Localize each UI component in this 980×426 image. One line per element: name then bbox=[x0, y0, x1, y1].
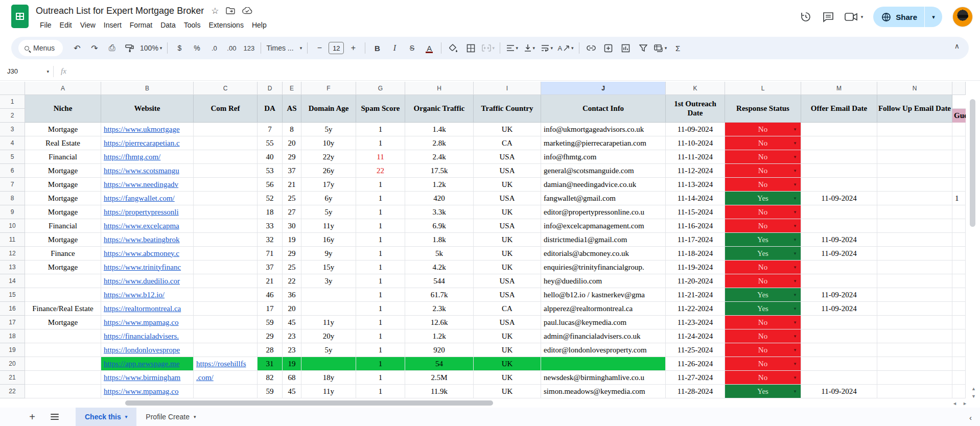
cell-website[interactable]: https://www.birmingham bbox=[101, 371, 194, 385]
cell-organic[interactable]: 6.9k bbox=[405, 219, 474, 233]
insert-comment-button[interactable] bbox=[600, 40, 617, 56]
cell-da[interactable]: 18 bbox=[258, 205, 283, 219]
status-dropdown-icon[interactable]: ▼ bbox=[793, 224, 797, 228]
cell-organic[interactable]: 2.5M bbox=[405, 371, 474, 385]
cell-offer[interactable] bbox=[801, 178, 877, 192]
cell-com_ref[interactable] bbox=[194, 288, 258, 302]
cell-offer[interactable] bbox=[801, 136, 877, 150]
horizontal-align-button[interactable]: ▾ bbox=[504, 40, 520, 56]
italic-button[interactable]: I bbox=[386, 40, 403, 56]
row-number-15[interactable]: 15 bbox=[0, 288, 25, 302]
scroll-right-icon[interactable]: ► bbox=[963, 401, 967, 406]
cell-offer[interactable] bbox=[801, 357, 877, 371]
cell-as[interactable]: 45 bbox=[283, 385, 301, 398]
video-call-caret-icon[interactable]: ▾ bbox=[861, 14, 864, 19]
status-dropdown-icon[interactable]: ▼ bbox=[793, 210, 797, 215]
insert-chart-button[interactable] bbox=[618, 40, 634, 56]
cell-niche[interactable]: Mortgage bbox=[25, 123, 101, 136]
cell-outreach[interactable]: 11-12-2024 bbox=[666, 164, 725, 178]
side-panel-collapse-icon[interactable]: ‹ bbox=[969, 413, 972, 422]
cell-domain_age[interactable]: 22y bbox=[301, 150, 356, 164]
cell-offer[interactable] bbox=[801, 343, 877, 357]
cell-extra[interactable] bbox=[952, 329, 966, 343]
row-number-11[interactable]: 11 bbox=[0, 233, 25, 247]
cell-organic[interactable]: 17.5k bbox=[405, 164, 474, 178]
status-cell[interactable]: No▼ bbox=[725, 274, 801, 288]
cell-followup[interactable] bbox=[877, 385, 952, 398]
cell-country[interactable]: USA bbox=[474, 288, 541, 302]
status-dropdown-icon[interactable]: ▼ bbox=[793, 362, 797, 366]
cell-outreach[interactable]: 11-25-2024 bbox=[666, 343, 725, 357]
more-formats-button[interactable]: 123 bbox=[241, 40, 257, 56]
column-letter-C[interactable]: C bbox=[194, 82, 258, 95]
cell-contact[interactable]: info@excelcapmanagement.com bbox=[541, 219, 666, 233]
version-history-icon[interactable] bbox=[800, 11, 812, 23]
cell-website[interactable]: https://www.scotsmangu bbox=[101, 164, 194, 178]
column-letter-E[interactable]: E bbox=[283, 82, 301, 95]
cell-country[interactable]: UK bbox=[474, 178, 541, 192]
cell-followup[interactable] bbox=[877, 178, 952, 192]
column-letter-J[interactable]: J bbox=[541, 82, 666, 95]
cell-da[interactable]: 17 bbox=[258, 302, 283, 316]
cell-extra[interactable] bbox=[952, 302, 966, 316]
row-number-18[interactable]: 18 bbox=[0, 329, 25, 343]
cell-organic[interactable]: 2.4k bbox=[405, 150, 474, 164]
cell-da[interactable]: 55 bbox=[258, 136, 283, 150]
cell-organic[interactable]: 61.7k bbox=[405, 288, 474, 302]
cell-spam[interactable]: 1 bbox=[356, 123, 405, 136]
cell-contact[interactable]: hey@duedilio.com bbox=[541, 274, 666, 288]
name-box-caret-icon[interactable]: ▾ bbox=[46, 69, 49, 74]
cell-extra[interactable] bbox=[952, 205, 966, 219]
cell-organic[interactable]: 5k bbox=[405, 247, 474, 261]
cell-spam[interactable]: 1 bbox=[356, 219, 405, 233]
cell-offer[interactable] bbox=[801, 164, 877, 178]
cell-contact[interactable]: hello@b12.io / kastnerkev@gma bbox=[541, 288, 666, 302]
cell-followup[interactable] bbox=[877, 205, 952, 219]
scroll-up-icon[interactable]: ▲ bbox=[971, 387, 976, 391]
cell-niche[interactable] bbox=[25, 371, 101, 385]
document-title[interactable]: Outreach List for Expert Mortgage Broker bbox=[36, 6, 204, 16]
horizontal-scrollbar[interactable] bbox=[125, 400, 493, 406]
cell-as[interactable]: 27 bbox=[283, 205, 301, 219]
row-number-20[interactable]: 20 bbox=[0, 357, 25, 371]
cell-domain_age[interactable]: 3y bbox=[301, 274, 356, 288]
cell-spam[interactable]: 1 bbox=[356, 233, 405, 247]
cell-followup[interactable] bbox=[877, 136, 952, 150]
cell-website[interactable]: https://pierrecarapetian.c bbox=[101, 136, 194, 150]
cell-offer[interactable]: 11-09-2024 bbox=[801, 302, 877, 316]
cell-followup[interactable] bbox=[877, 329, 952, 343]
cell-da[interactable]: 56 bbox=[258, 178, 283, 192]
cell-organic[interactable]: 54 bbox=[405, 357, 474, 371]
cell-contact[interactable]: editor@londonlovesproperty.com bbox=[541, 343, 666, 357]
cell-spam[interactable]: 1 bbox=[356, 136, 405, 150]
cell-as[interactable]: 19 bbox=[283, 357, 301, 371]
cell-extra[interactable]: 1 bbox=[952, 192, 966, 205]
cell-da[interactable]: 29 bbox=[258, 329, 283, 343]
cell-as[interactable]: 30 bbox=[283, 219, 301, 233]
cell-spam[interactable]: 22 bbox=[356, 164, 405, 178]
row-number-1[interactable]: 1 bbox=[0, 95, 25, 109]
status-dropdown-icon[interactable]: ▼ bbox=[793, 279, 797, 283]
column-letter-F[interactable]: F bbox=[301, 82, 356, 95]
status-dropdown-icon[interactable]: ▼ bbox=[793, 251, 797, 256]
cell-outreach[interactable]: 11-23-2024 bbox=[666, 316, 725, 329]
status-dropdown-icon[interactable]: ▼ bbox=[793, 169, 797, 173]
cell-as[interactable]: 21 bbox=[283, 178, 301, 192]
cell-da[interactable]: 21 bbox=[258, 274, 283, 288]
menu-tools[interactable]: Tools bbox=[180, 19, 205, 31]
cell-spam[interactable]: 1 bbox=[356, 274, 405, 288]
status-cell[interactable]: No▼ bbox=[725, 164, 801, 178]
cell-contact[interactable]: general@scotsmanguide.com bbox=[541, 164, 666, 178]
cell-website[interactable]: https://www.ukmortgage bbox=[101, 123, 194, 136]
format-percent-button[interactable]: % bbox=[189, 40, 205, 56]
cell-extra[interactable] bbox=[952, 150, 966, 164]
cell-com_ref[interactable] bbox=[194, 316, 258, 329]
cell-com_ref[interactable] bbox=[194, 178, 258, 192]
cell-as[interactable]: 23 bbox=[283, 329, 301, 343]
cell-extra[interactable] bbox=[952, 371, 966, 385]
cell-followup[interactable] bbox=[877, 288, 952, 302]
cell-com_ref[interactable] bbox=[194, 233, 258, 247]
cell-com_ref[interactable] bbox=[194, 164, 258, 178]
cell-country[interactable]: UK bbox=[474, 329, 541, 343]
all-sheets-button[interactable] bbox=[47, 414, 62, 420]
